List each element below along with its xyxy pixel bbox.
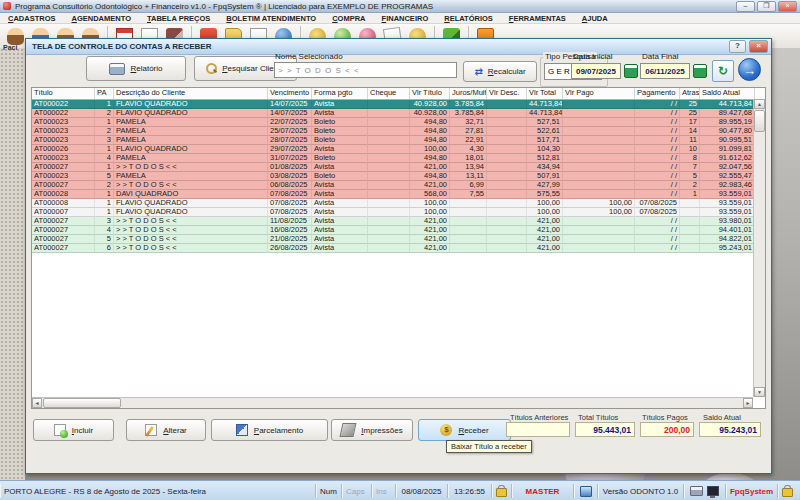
scroll-down-arrow[interactable]: ▼: [754, 387, 765, 397]
table-row[interactable]: AT0000222FLAVIO QUADRADO14/07/2025Avista…: [32, 109, 765, 118]
system-icon: [580, 486, 592, 497]
cell-pa: 1: [95, 100, 114, 109]
cell-cliente: > > T O D O S < <: [114, 181, 268, 190]
horizontal-scroll-thumb[interactable]: [43, 398, 121, 408]
cell-juros: 13,94: [450, 163, 487, 172]
recalcular-button[interactable]: ⇄ Recalcular: [463, 61, 537, 82]
cell-vlr_titulo: 100,00: [410, 208, 450, 217]
cell-vlr_total: 517,71: [527, 136, 563, 145]
cell-pagamento: / /: [635, 145, 680, 154]
patients-icon[interactable]: [7, 28, 24, 45]
cell-forma: Boleto: [312, 172, 368, 181]
cell-cliente: DAVI QUADRADO: [114, 190, 268, 199]
cell-saldo: 92.047,56: [700, 163, 755, 172]
menu-item-ferramentas[interactable]: FERRAMENTAS: [501, 14, 574, 23]
table-row[interactable]: AT0000232PAMELA25/07/2025Boleto494,8027,…: [32, 127, 765, 136]
cell-vlr_titulo: 100,00: [410, 199, 450, 208]
cell-venc: 26/08/2025: [268, 244, 312, 253]
menu-item-financeiro[interactable]: FINANCEIRO: [374, 14, 437, 23]
impressoes-button[interactable]: Impressões: [331, 419, 413, 441]
nome-selecionado-input[interactable]: > > T O D O S < <: [274, 62, 457, 78]
menu-item-agendamento[interactable]: AGENDAMENTO: [64, 14, 139, 23]
minimize-button[interactable]: –: [736, 1, 755, 12]
cell-atraso: 5: [680, 172, 700, 181]
table-row[interactable]: AT0000274> > T O D O S < <16/08/2025Avis…: [32, 226, 765, 235]
data-final-calendar-icon[interactable]: [693, 64, 707, 78]
cell-titulo: AT000023: [32, 127, 95, 136]
help-button[interactable]: ?: [729, 40, 746, 53]
cell-vlr_total: 104,30: [527, 145, 563, 154]
cell-saldo: 91.099,81: [700, 145, 755, 154]
table-row[interactable]: AT0000275> > T O D O S < <21/08/2025Avis…: [32, 235, 765, 244]
vertical-scrollbar[interactable]: ▲ ▼: [753, 99, 765, 397]
titulos-pagos-label: Títulos Pagos: [642, 413, 688, 422]
toolbar-icon-label: Paci: [3, 44, 17, 51]
window-close-button[interactable]: ×: [749, 40, 768, 53]
data-inicial-calendar-icon[interactable]: [624, 64, 638, 78]
cell-saldo: 89.955,19: [700, 118, 755, 127]
table-row[interactable]: AT0000071FLAVIO QUADRADO07/08/2025Avista…: [32, 208, 765, 217]
horizontal-scrollbar[interactable]: ◄ ►: [32, 397, 753, 408]
scroll-up-arrow[interactable]: ▲: [754, 99, 765, 109]
table-row[interactable]: AT0000231PAMELA22/07/2025Boleto494,8032,…: [32, 118, 765, 127]
table-row[interactable]: AT0000234PAMELA31/07/2025Boleto494,8018,…: [32, 154, 765, 163]
table-row[interactable]: AT0000261FLAVIO QUADRADO29/07/2025Avista…: [32, 145, 765, 154]
scroll-right-arrow[interactable]: ►: [743, 398, 753, 408]
cell-venc: 07/08/2025: [268, 190, 312, 199]
menu-item-cadastros[interactable]: CADASTROS: [0, 14, 64, 23]
cell-vlr_total: 100,00: [527, 199, 563, 208]
cell-venc: 14/07/2025: [268, 109, 312, 118]
menu-item-tabela-pre-os[interactable]: TABELA PREÇOS: [139, 14, 218, 23]
cell-vlr_titulo: 494,80: [410, 154, 450, 163]
alterar-button[interactable]: Alterar: [126, 419, 206, 441]
menu-item-boletim-atendimento[interactable]: BOLETIM ATENDIMENTO: [218, 14, 324, 23]
cell-venc: 21/08/2025: [268, 235, 312, 244]
close-button[interactable]: ×: [778, 1, 797, 12]
restore-button[interactable]: ❐: [757, 1, 776, 12]
cell-pagamento: / /: [635, 109, 680, 118]
parcelamento-button[interactable]: Parcelamento: [211, 419, 328, 441]
menu-item-compra[interactable]: COMPRA: [324, 14, 373, 23]
cell-vlr_pago: [563, 118, 635, 127]
scroll-left-arrow[interactable]: ◄: [32, 398, 42, 408]
cell-vlr_total: 507,91: [527, 172, 563, 181]
vertical-scroll-thumb[interactable]: [754, 110, 765, 132]
cell-juros: [450, 235, 487, 244]
cell-atraso: 7: [680, 163, 700, 172]
column-header: Pagamento: [635, 88, 680, 99]
cell-cheque: [368, 100, 410, 109]
table-row[interactable]: AT0000081FLAVIO QUADRADO07/08/2025Avista…: [32, 199, 765, 208]
cell-pa: 1: [95, 163, 114, 172]
cell-vlr_titulo: 421,00: [410, 244, 450, 253]
table-row[interactable]: AT0000235PAMELA03/08/2025Boleto494,8013,…: [32, 172, 765, 181]
table-row[interactable]: AT0000272> > T O D O S < <06/08/2025Avis…: [32, 181, 765, 190]
cell-cheque: [368, 208, 410, 217]
total-titulos-value: 95.443,01: [575, 422, 635, 437]
cell-venc: 11/08/2025: [268, 217, 312, 226]
cell-atraso: 8: [680, 154, 700, 163]
refresh-button[interactable]: ↻: [712, 60, 734, 82]
menu-item-ajuda[interactable]: AJUDA: [574, 14, 616, 23]
cell-cheque: [368, 226, 410, 235]
cell-saldo: 93.559,01: [700, 208, 755, 217]
cell-cheque: [368, 181, 410, 190]
table-row[interactable]: AT0000271> > T O D O S < <01/08/2025Avis…: [32, 163, 765, 172]
relatorio-button[interactable]: Relatório: [86, 56, 186, 81]
cell-titulo: AT000023: [32, 154, 95, 163]
incluir-button[interactable]: Incluir: [33, 419, 114, 441]
go-button[interactable]: →: [738, 58, 761, 81]
table-row[interactable]: AT0000221FLAVIO QUADRADO14/07/2025Avista…: [32, 100, 765, 109]
data-inicial-input[interactable]: 09/07/2025: [571, 63, 621, 79]
table-row[interactable]: AT0000276> > T O D O S < <26/08/2025Avis…: [32, 244, 765, 253]
cell-titulo: AT000007: [32, 208, 95, 217]
receber-button[interactable]: $ Receber: [418, 419, 511, 441]
cell-cheque: [368, 109, 410, 118]
cell-saldo: 94.401,01: [700, 226, 755, 235]
table-row[interactable]: AT0000281DAVI QUADRADO07/08/2025Avista56…: [32, 190, 765, 199]
cell-cliente: PAMELA: [114, 118, 268, 127]
menu-item-relat-rios[interactable]: RELATÓRIOS: [436, 14, 501, 23]
cell-cheque: [368, 136, 410, 145]
table-row[interactable]: AT0000233PAMELA28/07/2025Boleto494,8022,…: [32, 136, 765, 145]
table-row[interactable]: AT0000273> > T O D O S < <11/08/2025Avis…: [32, 217, 765, 226]
data-final-input[interactable]: 06/11/2025: [640, 63, 690, 79]
